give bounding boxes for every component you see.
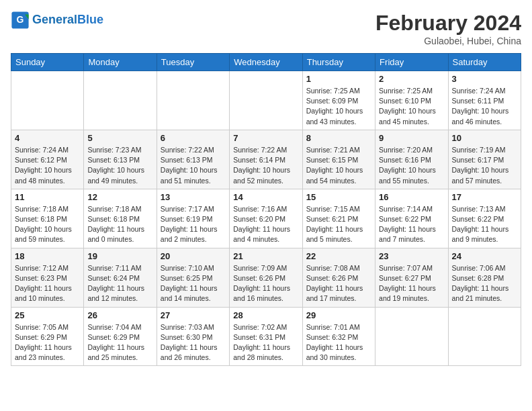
calendar-cell [375, 307, 448, 366]
day-number: 8 [306, 133, 371, 143]
day-number: 23 [379, 251, 444, 261]
calendar-cell: 29Sunrise: 7:01 AM Sunset: 6:32 PM Dayli… [302, 307, 375, 366]
calendar-cell: 18Sunrise: 7:12 AM Sunset: 6:23 PM Dayli… [11, 248, 84, 307]
day-info: Sunrise: 7:22 AM Sunset: 6:13 PM Dayligh… [161, 145, 226, 186]
calendar-cell: 12Sunrise: 7:18 AM Sunset: 6:18 PM Dayli… [84, 189, 157, 248]
weekday-header-saturday: Saturday [448, 54, 521, 71]
logo-text: GeneralBlue [32, 13, 103, 27]
day-info: Sunrise: 7:08 AM Sunset: 6:26 PM Dayligh… [306, 263, 371, 304]
weekday-header-tuesday: Tuesday [157, 54, 229, 71]
day-info: Sunrise: 7:12 AM Sunset: 6:23 PM Dayligh… [15, 263, 80, 304]
day-number: 24 [452, 251, 517, 261]
calendar-cell: 26Sunrise: 7:04 AM Sunset: 6:29 PM Dayli… [84, 307, 157, 366]
calendar-cell [230, 71, 302, 130]
calendar-cell: 19Sunrise: 7:11 AM Sunset: 6:24 PM Dayli… [84, 248, 157, 307]
day-number: 17 [452, 192, 517, 202]
logo-icon: G [11, 11, 30, 30]
calendar-cell: 21Sunrise: 7:09 AM Sunset: 6:26 PM Dayli… [230, 248, 302, 307]
calendar-cell: 7Sunrise: 7:22 AM Sunset: 6:14 PM Daylig… [230, 130, 302, 189]
logo-general: General [32, 13, 77, 26]
calendar-cell: 1Sunrise: 7:25 AM Sunset: 6:09 PM Daylig… [302, 71, 375, 130]
day-number: 11 [15, 192, 80, 202]
day-number: 15 [306, 192, 371, 202]
calendar-cell [84, 71, 157, 130]
calendar-cell [157, 71, 229, 130]
day-number: 5 [87, 133, 152, 143]
day-info: Sunrise: 7:02 AM Sunset: 6:31 PM Dayligh… [233, 322, 298, 363]
calendar-cell: 20Sunrise: 7:10 AM Sunset: 6:25 PM Dayli… [157, 248, 229, 307]
day-info: Sunrise: 7:10 AM Sunset: 6:25 PM Dayligh… [161, 263, 226, 304]
day-info: Sunrise: 7:17 AM Sunset: 6:19 PM Dayligh… [161, 204, 226, 245]
day-info: Sunrise: 7:14 AM Sunset: 6:22 PM Dayligh… [379, 204, 444, 245]
day-info: Sunrise: 7:24 AM Sunset: 6:11 PM Dayligh… [452, 86, 517, 127]
day-number: 12 [87, 192, 152, 202]
logo-blue: Blue [77, 13, 103, 26]
logo: G GeneralBlue [11, 11, 103, 30]
day-number: 2 [379, 74, 444, 84]
day-info: Sunrise: 7:24 AM Sunset: 6:12 PM Dayligh… [15, 145, 80, 186]
day-number: 7 [233, 133, 298, 143]
day-number: 28 [233, 310, 298, 320]
day-info: Sunrise: 7:25 AM Sunset: 6:10 PM Dayligh… [379, 86, 444, 127]
day-number: 25 [15, 310, 80, 320]
day-info: Sunrise: 7:11 AM Sunset: 6:24 PM Dayligh… [87, 263, 152, 304]
calendar-cell: 28Sunrise: 7:02 AM Sunset: 6:31 PM Dayli… [230, 307, 302, 366]
day-number: 1 [306, 74, 371, 84]
day-number: 19 [87, 251, 152, 261]
calendar-cell: 24Sunrise: 7:06 AM Sunset: 6:28 PM Dayli… [448, 248, 521, 307]
calendar-cell: 3Sunrise: 7:24 AM Sunset: 6:11 PM Daylig… [448, 71, 521, 130]
day-number: 20 [161, 251, 226, 261]
day-info: Sunrise: 7:22 AM Sunset: 6:14 PM Dayligh… [233, 145, 298, 186]
day-number: 22 [306, 251, 371, 261]
page-header: G GeneralBlue February 2024 Gulaobei, Hu… [11, 11, 521, 46]
day-info: Sunrise: 7:16 AM Sunset: 6:20 PM Dayligh… [233, 204, 298, 245]
day-number: 18 [15, 251, 80, 261]
calendar-cell: 14Sunrise: 7:16 AM Sunset: 6:20 PM Dayli… [230, 189, 302, 248]
day-info: Sunrise: 7:01 AM Sunset: 6:32 PM Dayligh… [306, 322, 371, 363]
day-info: Sunrise: 7:25 AM Sunset: 6:09 PM Dayligh… [306, 86, 371, 127]
weekday-header-thursday: Thursday [302, 54, 375, 71]
calendar-cell: 8Sunrise: 7:21 AM Sunset: 6:15 PM Daylig… [302, 130, 375, 189]
calendar-cell: 5Sunrise: 7:23 AM Sunset: 6:13 PM Daylig… [84, 130, 157, 189]
calendar-cell [11, 71, 84, 130]
week-row-2: 4Sunrise: 7:24 AM Sunset: 6:12 PM Daylig… [11, 130, 521, 189]
calendar-cell: 17Sunrise: 7:13 AM Sunset: 6:22 PM Dayli… [448, 189, 521, 248]
calendar: SundayMondayTuesdayWednesdayThursdayFrid… [11, 53, 521, 366]
day-info: Sunrise: 7:13 AM Sunset: 6:22 PM Dayligh… [452, 204, 517, 245]
day-info: Sunrise: 7:05 AM Sunset: 6:29 PM Dayligh… [15, 322, 80, 363]
day-info: Sunrise: 7:21 AM Sunset: 6:15 PM Dayligh… [306, 145, 371, 186]
day-info: Sunrise: 7:03 AM Sunset: 6:30 PM Dayligh… [161, 322, 226, 363]
day-info: Sunrise: 7:06 AM Sunset: 6:28 PM Dayligh… [452, 263, 517, 304]
location: Gulaobei, Hubei, China [375, 36, 521, 46]
day-number: 27 [161, 310, 226, 320]
calendar-cell: 27Sunrise: 7:03 AM Sunset: 6:30 PM Dayli… [157, 307, 229, 366]
day-number: 26 [87, 310, 152, 320]
calendar-cell: 23Sunrise: 7:07 AM Sunset: 6:27 PM Dayli… [375, 248, 448, 307]
day-number: 3 [452, 74, 517, 84]
calendar-cell: 25Sunrise: 7:05 AM Sunset: 6:29 PM Dayli… [11, 307, 84, 366]
day-number: 16 [379, 192, 444, 202]
weekday-header-monday: Monday [84, 54, 157, 71]
weekday-header-friday: Friday [375, 54, 448, 71]
day-number: 14 [233, 192, 298, 202]
calendar-cell: 6Sunrise: 7:22 AM Sunset: 6:13 PM Daylig… [157, 130, 229, 189]
calendar-cell: 16Sunrise: 7:14 AM Sunset: 6:22 PM Dayli… [375, 189, 448, 248]
day-number: 6 [161, 133, 226, 143]
calendar-cell [448, 307, 521, 366]
day-info: Sunrise: 7:18 AM Sunset: 6:18 PM Dayligh… [87, 204, 152, 245]
day-number: 29 [306, 310, 371, 320]
week-row-3: 11Sunrise: 7:18 AM Sunset: 6:18 PM Dayli… [11, 189, 521, 248]
day-info: Sunrise: 7:09 AM Sunset: 6:26 PM Dayligh… [233, 263, 298, 304]
day-number: 9 [379, 133, 444, 143]
calendar-cell: 4Sunrise: 7:24 AM Sunset: 6:12 PM Daylig… [11, 130, 84, 189]
title-block: February 2024 Gulaobei, Hubei, China [375, 11, 521, 46]
weekday-header-row: SundayMondayTuesdayWednesdayThursdayFrid… [11, 54, 521, 71]
calendar-cell: 13Sunrise: 7:17 AM Sunset: 6:19 PM Dayli… [157, 189, 229, 248]
day-info: Sunrise: 7:04 AM Sunset: 6:29 PM Dayligh… [87, 322, 152, 363]
day-info: Sunrise: 7:18 AM Sunset: 6:18 PM Dayligh… [15, 204, 80, 245]
calendar-cell: 22Sunrise: 7:08 AM Sunset: 6:26 PM Dayli… [302, 248, 375, 307]
day-number: 13 [161, 192, 226, 202]
day-number: 21 [233, 251, 298, 261]
week-row-5: 25Sunrise: 7:05 AM Sunset: 6:29 PM Dayli… [11, 307, 521, 366]
day-number: 10 [452, 133, 517, 143]
